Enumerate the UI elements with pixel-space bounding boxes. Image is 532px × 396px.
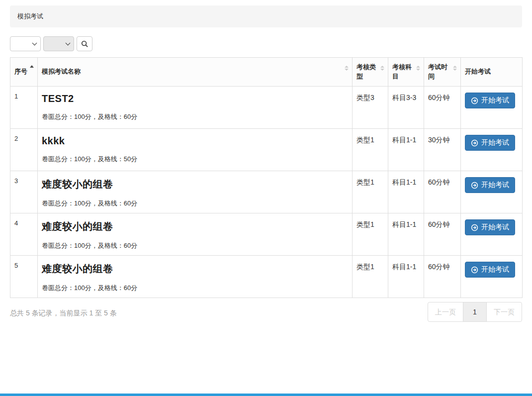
start-exam-label: 开始考试 xyxy=(481,181,509,190)
filter-select-1[interactable] xyxy=(10,36,41,51)
page-title-bar: 模拟考试 xyxy=(10,5,522,27)
start-exam-label: 开始考试 xyxy=(481,138,509,147)
exam-subject: 科目3-3 xyxy=(388,87,424,129)
sort-caret-up-icon xyxy=(30,65,34,68)
row-index: 4 xyxy=(10,213,38,256)
filter-toolbar xyxy=(10,36,522,51)
exam-duration: 60分钟 xyxy=(424,171,461,213)
table-row: 5 难度较小的组卷 卷面总分：100分，及格线：60分 类型1 科目1-1 60… xyxy=(10,256,523,298)
exam-name: 难度较小的组卷 xyxy=(42,220,348,233)
exam-type: 类型1 xyxy=(353,213,388,256)
exam-meta: 卷面总分：100分，及格线：60分 xyxy=(42,284,348,293)
row-index: 2 xyxy=(10,129,38,171)
start-exam-button[interactable]: 开始考试 xyxy=(465,93,515,108)
start-exam-button[interactable]: 开始考试 xyxy=(465,135,515,151)
exam-subject: 科目1-1 xyxy=(388,129,424,171)
col-header-duration[interactable]: 考试时间 xyxy=(424,58,461,87)
exam-type: 类型1 xyxy=(353,171,388,213)
col-header-type[interactable]: 考核类型 xyxy=(353,58,388,87)
filter-select-1-wrap xyxy=(10,36,41,51)
start-exam-label: 开始考试 xyxy=(481,223,509,232)
page: 模拟考试 序号 xyxy=(0,5,532,322)
circle-arrow-right-icon xyxy=(471,266,478,274)
search-icon xyxy=(81,40,89,48)
circle-arrow-right-icon xyxy=(471,139,478,147)
exam-meta: 卷面总分：100分，及格线：60分 xyxy=(42,241,348,250)
col-label: 模拟考试名称 xyxy=(42,68,81,75)
exam-name-cell: kkkk 卷面总分：100分，及格线：50分 xyxy=(38,129,353,171)
table-row: 2 kkkk 卷面总分：100分，及格线：50分 类型1 科目1-1 30分钟 … xyxy=(10,129,523,171)
sort-both-icon xyxy=(453,66,457,71)
table-row: 3 难度较小的组卷 卷面总分：100分，及格线：60分 类型1 科目1-1 60… xyxy=(10,171,523,213)
col-header-action: 开始考试 xyxy=(461,58,523,87)
circle-arrow-right-icon xyxy=(471,97,478,104)
exam-duration: 60分钟 xyxy=(424,256,461,298)
circle-arrow-right-icon xyxy=(471,224,478,231)
exam-duration: 60分钟 xyxy=(424,87,461,129)
col-header-name[interactable]: 模拟考试名称 xyxy=(38,58,353,87)
action-cell: 开始考试 xyxy=(461,129,523,171)
table-header-row: 序号 模拟考试名称 考核类型 考核科目 考试时间 xyxy=(10,58,523,87)
exam-name: 难度较小的组卷 xyxy=(42,262,348,276)
exam-subject: 科目1-1 xyxy=(388,256,424,298)
action-cell: 开始考试 xyxy=(461,213,523,256)
pagination-next-button[interactable]: 下一页 xyxy=(486,302,522,322)
pagination-page-1-button[interactable]: 1 xyxy=(463,302,487,322)
col-label: 考试时间 xyxy=(428,63,447,80)
pagination-next-label: 下一页 xyxy=(494,308,515,316)
records-summary: 总共 5 条记录，当前显示 1 至 5 条 xyxy=(10,302,117,318)
exam-meta: 卷面总分：100分，及格线：60分 xyxy=(42,112,348,121)
sort-both-icon xyxy=(345,66,349,71)
exam-name-cell: TEST2 卷面总分：100分，及格线：60分 xyxy=(38,87,353,129)
col-label: 开始考试 xyxy=(465,68,491,75)
exam-subject: 科目1-1 xyxy=(388,171,424,213)
exam-subject: 科目1-1 xyxy=(388,213,424,256)
pagination: 上一页 1 下一页 xyxy=(428,302,522,322)
action-cell: 开始考试 xyxy=(461,171,523,213)
start-exam-button[interactable]: 开始考试 xyxy=(465,177,515,193)
col-header-index[interactable]: 序号 xyxy=(10,58,38,87)
exam-type: 类型3 xyxy=(353,87,388,129)
exam-name-cell: 难度较小的组卷 卷面总分：100分，及格线：60分 xyxy=(38,256,353,298)
exam-meta: 卷面总分：100分，及格线：50分 xyxy=(42,155,348,164)
start-exam-label: 开始考试 xyxy=(481,96,509,105)
table-row: 1 TEST2 卷面总分：100分，及格线：60分 类型3 科目3-3 60分钟… xyxy=(10,87,523,129)
table-row: 4 难度较小的组卷 卷面总分：100分，及格线：60分 类型1 科目1-1 60… xyxy=(10,213,523,256)
filter-select-2[interactable] xyxy=(43,36,74,51)
exam-name-cell: 难度较小的组卷 卷面总分：100分，及格线：60分 xyxy=(38,213,353,256)
sort-both-icon xyxy=(380,66,384,71)
start-exam-button[interactable]: 开始考试 xyxy=(465,262,515,278)
exam-meta: 卷面总分：100分，及格线：60分 xyxy=(42,199,348,208)
exam-name-cell: 难度较小的组卷 卷面总分：100分，及格线：60分 xyxy=(38,171,353,213)
action-cell: 开始考试 xyxy=(461,87,523,129)
row-index: 3 xyxy=(10,171,38,213)
exam-table: 序号 模拟考试名称 考核类型 考核科目 考试时间 xyxy=(10,57,523,298)
exam-type: 类型1 xyxy=(353,129,388,171)
exam-duration: 30分钟 xyxy=(424,129,461,171)
sort-both-icon xyxy=(416,66,420,71)
col-label: 考核类型 xyxy=(356,63,376,80)
exam-name: kkkk xyxy=(42,135,348,147)
start-exam-label: 开始考试 xyxy=(481,265,509,274)
col-header-subject[interactable]: 考核科目 xyxy=(388,58,424,87)
pagination-prev-label: 上一页 xyxy=(435,308,456,316)
exam-type: 类型1 xyxy=(353,256,388,298)
col-label: 序号 xyxy=(14,68,27,75)
row-index: 1 xyxy=(10,87,38,129)
circle-arrow-right-icon xyxy=(471,182,478,189)
table-footer: 总共 5 条记录，当前显示 1 至 5 条 上一页 1 下一页 xyxy=(10,302,522,322)
action-cell: 开始考试 xyxy=(461,256,523,298)
filter-select-2-wrap xyxy=(43,36,74,51)
exam-duration: 60分钟 xyxy=(424,213,461,256)
bottom-progress-bar xyxy=(0,394,532,396)
pagination-page-label: 1 xyxy=(473,308,477,316)
pagination-prev-button[interactable]: 上一页 xyxy=(428,302,463,322)
row-index: 5 xyxy=(10,256,38,298)
start-exam-button[interactable]: 开始考试 xyxy=(465,219,515,235)
search-button[interactable] xyxy=(77,36,92,51)
exam-name: 难度较小的组卷 xyxy=(42,178,348,191)
col-label: 考核科目 xyxy=(392,63,412,80)
exam-name: TEST2 xyxy=(42,93,348,104)
page-title: 模拟考试 xyxy=(17,12,43,20)
